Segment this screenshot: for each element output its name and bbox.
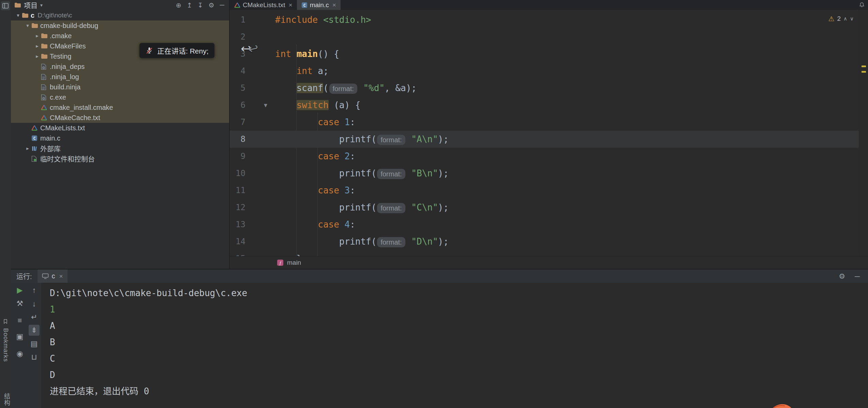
tree-item[interactable]: build.ninja (11, 82, 229, 92)
folder-icon (22, 13, 31, 18)
tree-item-label: Testing (50, 53, 71, 60)
close-run-tab-icon[interactable]: × (59, 273, 63, 280)
code-line[interactable]: 3int main() { (230, 45, 859, 62)
code-line[interactable]: 6▾ switch (a) { (230, 97, 859, 114)
up-icon[interactable]: ↑ (29, 285, 40, 296)
bookmarks-tool-button[interactable]: Bookmarks (2, 328, 9, 362)
editor-error-stripe[interactable] (859, 10, 868, 257)
line-number: 15 (230, 250, 245, 257)
code-line[interactable]: 13 case 4: (230, 216, 859, 233)
settings-icon[interactable]: ⚙ (839, 272, 845, 280)
code-line[interactable]: 1#include <stdio.h> (230, 11, 859, 28)
project-panel-title[interactable]: 项目 (24, 0, 38, 10)
notifications-icon[interactable] (859, 2, 865, 8)
restore-layout-icon[interactable]: ▣ (14, 331, 25, 342)
chevron-right-icon[interactable]: ▸ (33, 43, 41, 49)
code-line[interactable]: 10 printf(format: "B\n"); (230, 165, 859, 182)
tree-item[interactable]: ▸.cmake (11, 31, 229, 41)
tree-item-label: 临时文件和控制台 (40, 154, 95, 164)
chevron-right-icon[interactable]: ▸ (24, 145, 31, 151)
chevron-down-icon[interactable]: ▾ (40, 2, 43, 8)
inlay-hint: format: (377, 203, 405, 213)
collapse-all-icon[interactable]: ↥ (187, 1, 192, 9)
run-panel-title: 运行: (16, 271, 32, 281)
expand-all-icon[interactable]: ↧ (198, 1, 203, 9)
tree-item[interactable]: c.exe (11, 92, 229, 102)
line-number: 10 (230, 165, 245, 182)
hide-icon[interactable]: ─ (220, 1, 224, 9)
pin-icon[interactable]: ◉ (14, 348, 25, 359)
tree-item[interactable]: Cmain.c (11, 133, 229, 143)
tree-item[interactable]: ▾cD:\git\note\c (11, 10, 229, 20)
tree-item[interactable]: cmake_install.cmake (11, 102, 229, 113)
warning-stripe-mark[interactable] (862, 71, 866, 73)
edit-config-icon[interactable]: ⚒ (14, 298, 25, 309)
code-line[interactable]: 4 int a; (230, 62, 859, 79)
clear-icon[interactable]: ⊔ (29, 352, 40, 363)
tree-item[interactable]: CMakeLists.txt (11, 123, 229, 133)
chevron-down-icon[interactable]: ▾ (14, 12, 22, 18)
code-line[interactable]: 11 case 3: (230, 182, 859, 199)
code-line[interactable]: 5 scanf(format: "%d", &a); (230, 79, 859, 97)
close-tab-icon[interactable]: × (289, 1, 293, 9)
print-icon[interactable]: ▤ (29, 338, 40, 349)
tree-item-label: cmake_install.cmake (50, 104, 113, 112)
structure-tool-button[interactable]: 结构 (2, 393, 11, 406)
close-tab-icon[interactable]: × (332, 1, 336, 9)
code-line[interactable]: 14 printf(format: "D\n"); (230, 233, 859, 250)
run-tab[interactable]: c × (38, 269, 68, 283)
bookmark-icon (3, 319, 8, 324)
editor-tab-cmakelists-txt[interactable]: CMakeLists.txt× (230, 0, 297, 10)
line-number: 4 (230, 62, 245, 79)
fold-marker-icon[interactable]: ▾ (264, 97, 267, 114)
cmake-file-icon (31, 125, 40, 131)
code-editor[interactable]: ⚠ 2 ∧ ∨ 1#include <stdio.h>23int main() … (230, 10, 859, 257)
tree-item[interactable]: 临时文件和控制台 (11, 154, 229, 164)
tree-item[interactable]: CMakeCache.txt (11, 113, 229, 123)
chevron-down-icon[interactable]: ▾ (24, 23, 31, 29)
tree-item-label: .ninja_log (50, 73, 79, 81)
code-line[interactable]: 15 } (230, 250, 859, 257)
soft-wrap-icon[interactable]: ↵ (29, 312, 40, 323)
hide-icon[interactable]: ─ (855, 272, 860, 280)
voice-overlay-text: 正在讲话: Reny; (157, 45, 209, 56)
editor-tab-main-c[interactable]: Cmain.c× (297, 0, 341, 10)
code-line[interactable]: 12 printf(format: "C\n"); (230, 199, 859, 216)
line-number: 6 (230, 97, 245, 114)
rerun-icon[interactable]: ▶ (14, 285, 25, 296)
folder-icon (41, 33, 50, 39)
tree-item-label: .cmake (50, 32, 72, 40)
line-number: 5 (230, 79, 245, 97)
project-tool-button[interactable] (1, 1, 10, 10)
code-text: case 3: (275, 185, 355, 195)
tree-item[interactable]: ▾cmake-build-debug (11, 20, 229, 31)
code-text: printf(format: "C\n"); (275, 202, 449, 213)
breadcrumb-item[interactable]: main (287, 259, 301, 266)
code-line[interactable]: 7 case 1: (230, 114, 859, 131)
run-console[interactable]: D:\git\note\c\cmake-build-debug\c.exe1AB… (42, 283, 868, 408)
tree-item[interactable]: .ninja_deps (11, 61, 229, 72)
cmake-file-icon (234, 2, 240, 8)
tree-item[interactable]: .ninja_log (11, 72, 229, 82)
chevron-right-icon[interactable]: ▸ (33, 53, 41, 59)
scroll-to-end-icon[interactable]: ⇟ (29, 325, 40, 336)
project-panel-header: 项目 ▾ ⊕↥↧⚙─ (11, 0, 229, 10)
tree-item[interactable]: ▸外部库 (11, 143, 229, 154)
code-line[interactable]: 2 (230, 28, 859, 45)
stop-icon[interactable]: ■ (14, 315, 25, 326)
code-text: printf(format: "B\n"); (275, 168, 449, 178)
chevron-right-icon[interactable]: ▸ (33, 33, 41, 39)
locate-icon[interactable]: ⊕ (176, 1, 181, 9)
inlay-hint: format: (329, 84, 357, 94)
line-number: 13 (230, 216, 245, 233)
text-file-icon (41, 84, 50, 90)
breadcrumb: f main (230, 256, 868, 269)
down-icon[interactable]: ↓ (29, 298, 40, 309)
code-line[interactable]: 8 printf(format: "A\n"); (230, 131, 859, 148)
line-number: 9 (230, 148, 245, 165)
settings-icon[interactable]: ⚙ (208, 1, 214, 9)
line-number: 14 (230, 233, 245, 250)
run-panel: 运行: c × ⚙─ ▶⚒■▣◉↑↓↵⇟▤⊔ D:\git\note\c\cma… (11, 269, 868, 408)
warning-stripe-mark[interactable] (862, 65, 866, 67)
code-line[interactable]: 9 case 2: (230, 148, 859, 165)
